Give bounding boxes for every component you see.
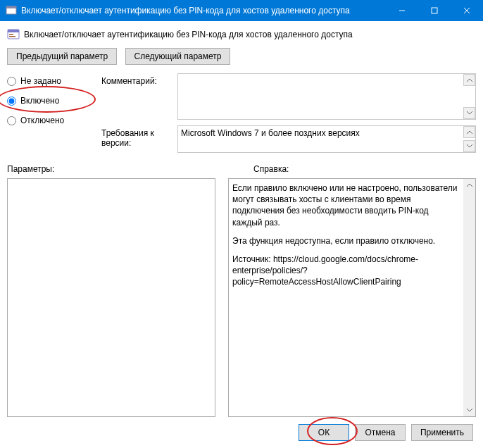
radio-enabled-label: Включено <box>20 96 59 106</box>
radio-disabled-input[interactable] <box>7 116 16 125</box>
next-setting-button[interactable]: Следующий параметр <box>125 48 231 65</box>
scroll-up-button[interactable] <box>463 126 475 138</box>
cancel-button[interactable]: Отмена <box>355 424 406 441</box>
help-scrollbar[interactable] <box>463 179 475 416</box>
help-label: Справка: <box>253 164 289 174</box>
titlebar: Включает/отключает аутентификацию без PI… <box>0 0 483 21</box>
minimize-button[interactable] <box>386 0 418 21</box>
scroll-down-button[interactable] <box>463 140 475 152</box>
parameters-panel[interactable] <box>7 178 215 417</box>
help-content: Если правило включено или не настроено, … <box>232 182 460 413</box>
svg-rect-8 <box>8 30 19 32</box>
parameters-content <box>11 182 199 413</box>
version-value: Microsoft Windows 7 и более поздних верс… <box>181 128 360 138</box>
app-icon <box>6 5 17 16</box>
version-field[interactable]: Microsoft Windows 7 и более поздних верс… <box>177 125 476 153</box>
ok-button[interactable]: ОК <box>299 424 349 441</box>
comment-textarea[interactable] <box>177 73 476 120</box>
state-radio-group: Не задано Включено Отключено <box>7 73 96 153</box>
parameters-label: Параметры: <box>7 164 253 174</box>
nav-row: Предыдущий параметр Следующий параметр <box>7 48 476 65</box>
radio-disabled-label: Отключено <box>20 116 64 125</box>
help-paragraph: Эта функция недоступна, если правило отк… <box>232 235 460 247</box>
scroll-down-button[interactable] <box>463 107 475 119</box>
radio-enabled[interactable]: Включено <box>7 93 96 108</box>
help-paragraph: Если правило включено или не настроено, … <box>232 182 460 228</box>
dialog-footer: ОК Отмена Применить <box>7 417 476 448</box>
version-label: Требования к версии: <box>101 125 177 148</box>
window-title: Включает/отключает аутентификацию без PI… <box>21 6 386 15</box>
radio-not-configured-label: Не задано <box>20 76 61 86</box>
policy-icon <box>7 28 20 41</box>
svg-rect-2 <box>6 6 16 8</box>
close-button[interactable] <box>451 0 483 21</box>
scroll-up-button[interactable] <box>463 179 475 191</box>
scroll-down-button[interactable] <box>463 404 475 416</box>
comment-label: Комментарий: <box>101 73 177 86</box>
policy-header: Включает/отключает аутентификацию без PI… <box>7 28 476 41</box>
apply-button[interactable]: Применить <box>411 424 473 441</box>
radio-not-configured[interactable]: Не задано <box>7 73 96 89</box>
radio-not-configured-input[interactable] <box>7 77 16 86</box>
radio-enabled-input[interactable] <box>7 97 16 106</box>
radio-disabled[interactable]: Отключено <box>7 113 96 128</box>
previous-setting-button[interactable]: Предыдущий параметр <box>7 48 117 65</box>
svg-rect-10 <box>9 36 15 37</box>
svg-rect-9 <box>9 34 13 35</box>
scroll-up-button[interactable] <box>463 74 475 86</box>
help-paragraph: Источник: https://cloud.google.com/docs/… <box>232 254 460 288</box>
maximize-button[interactable] <box>418 0 451 21</box>
policy-title: Включает/отключает аутентификацию без PI… <box>24 30 353 39</box>
help-panel[interactable]: Если правило включено или не настроено, … <box>228 178 476 417</box>
svg-rect-4 <box>432 8 437 13</box>
